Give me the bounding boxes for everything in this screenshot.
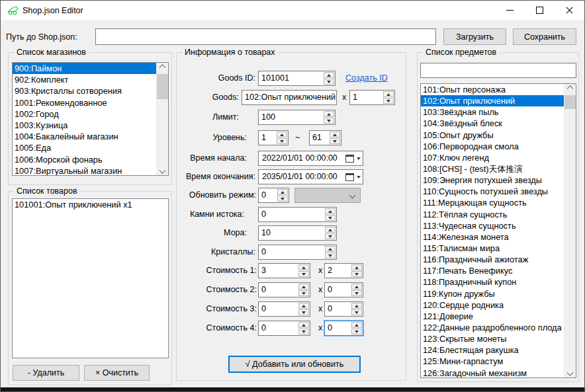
spin-up-button[interactable] [298, 303, 309, 309]
load-button[interactable]: Загрузить [443, 28, 506, 45]
spin-down-button[interactable] [277, 138, 287, 144]
list-item[interactable]: 103:Звёздная пыль [421, 106, 564, 118]
list-item[interactable]: 1007:Виртуальный магазин [13, 165, 157, 176]
spin-down-button[interactable] [383, 98, 394, 104]
limit-value[interactable]: 100 [261, 112, 275, 122]
spin-down-button[interactable] [298, 271, 309, 277]
cost1-count-spinner[interactable]: 2 [324, 263, 363, 278]
primogems-spinner[interactable]: 0 [258, 207, 337, 222]
list-item[interactable]: 1003:Кузница [13, 120, 157, 131]
spin-down-button[interactable] [298, 329, 309, 334]
list-item[interactable]: 111:Мерцающая сущность [421, 197, 564, 208]
scroll-down-button[interactable] [564, 366, 576, 377]
list-item[interactable]: 108:[CHS] - (test)天体推演 [421, 163, 564, 175]
clear-button[interactable]: × Очистить [84, 365, 150, 381]
cost1-item-spinner[interactable]: 3 [258, 263, 310, 278]
list-item[interactable]: 110:Сущность потухшей звезды [421, 186, 564, 197]
list-item[interactable]: 115:Талисман мира [421, 243, 564, 254]
scroll-thumb[interactable] [564, 95, 576, 109]
spin-down-button[interactable] [298, 290, 309, 296]
goods-textbox[interactable]: 102:Опыт приключений [242, 90, 337, 105]
spin-down-button[interactable] [325, 215, 336, 221]
cost2-item-spinner[interactable]: 0 [258, 282, 310, 297]
cost3-item-value[interactable]: 0 [261, 304, 266, 313]
spin-down-button[interactable] [298, 309, 309, 315]
spin-up-button[interactable] [330, 132, 340, 137]
item-search-input[interactable] [420, 63, 576, 78]
scroll-up-button[interactable] [564, 84, 576, 95]
list-item[interactable]: 109:Энергия потухшей звезды [421, 175, 564, 186]
spin-up-button[interactable] [298, 322, 309, 328]
cost1-item-value[interactable]: 3 [261, 266, 266, 275]
spin-down-button[interactable] [324, 118, 334, 124]
spin-up-button[interactable] [277, 132, 287, 137]
spin-up-button[interactable] [325, 246, 336, 252]
create-id-link[interactable]: Создать ID [345, 73, 388, 83]
cost3-item-spinner[interactable]: 0 [258, 301, 310, 317]
scroll-down-button[interactable] [157, 164, 168, 175]
cost2-count-value[interactable]: 0 [328, 285, 332, 294]
list-item[interactable]: 107:Ключ легенд [421, 152, 564, 163]
spin-down-button[interactable] [325, 233, 336, 239]
save-button[interactable]: Сохранить [513, 28, 576, 45]
spin-down-button[interactable] [330, 138, 340, 144]
spin-down-button[interactable] [351, 271, 362, 277]
list-item[interactable]: 113:Чудесная сущность [421, 220, 564, 231]
dropdown-arrow-icon[interactable] [357, 157, 361, 160]
spin-down-button[interactable] [325, 253, 336, 258]
path-input[interactable] [95, 28, 436, 45]
list-item[interactable]: 123:Скрытые монеты [421, 333, 564, 344]
end-time-value[interactable]: 2035/01/01 00:00:00 [262, 172, 338, 181]
refresh-mode-spinner[interactable]: 0 [258, 188, 289, 203]
crystals-value[interactable]: 0 [261, 247, 266, 256]
goods-count-spinner[interactable]: 1 [349, 90, 395, 105]
close-button[interactable] [555, 1, 584, 20]
primogems-value[interactable]: 0 [261, 210, 266, 219]
scroll-up-button[interactable] [157, 63, 168, 74]
list-item[interactable]: 1002:Город [13, 108, 157, 120]
goods-id-spinner[interactable]: 101001 [258, 71, 336, 86]
spin-down-button[interactable] [351, 329, 362, 334]
shops-scrollbar[interactable] [156, 63, 168, 175]
list-item[interactable]: 121:Доверие [421, 311, 564, 322]
goods-id-value[interactable]: 101001 [261, 73, 289, 83]
calendar-icon[interactable] [345, 173, 354, 181]
spin-up-button[interactable] [277, 189, 288, 195]
cost2-count-spinner[interactable]: 0 [324, 282, 363, 297]
list-item[interactable]: 101:Опыт персонажа [421, 84, 564, 95]
shops-listbox[interactable]: 900:Паймон902:Комплект903:Кристаллы сотв… [12, 62, 169, 176]
delete-button[interactable]: - Удалить [13, 365, 79, 381]
spin-up-button[interactable] [351, 284, 362, 290]
goods-count-value[interactable]: 1 [353, 93, 357, 102]
refresh-mode-combo[interactable] [294, 188, 361, 203]
add-or-update-button[interactable]: √ Добавить или обновить [228, 356, 361, 373]
spin-up-button[interactable] [298, 284, 309, 290]
spin-down-button[interactable] [324, 79, 334, 85]
cost4-item-value[interactable]: 0 [261, 323, 266, 333]
scroll-thumb[interactable] [157, 74, 168, 99]
list-item[interactable]: 118:Праздничный купон [421, 276, 564, 288]
mora-value[interactable]: 10 [261, 228, 271, 237]
list-item[interactable]: 116:Праздничный ажиотаж [421, 254, 564, 265]
spin-down-button[interactable] [351, 290, 362, 296]
spin-down-button[interactable] [277, 196, 288, 202]
mora-spinner[interactable]: 10 [258, 225, 337, 241]
spin-up-button[interactable] [383, 91, 394, 97]
start-time-value[interactable]: 2022/01/01 00:00:00 [262, 153, 338, 163]
spin-up-button[interactable] [351, 264, 362, 270]
cost3-count-value[interactable]: 0 [328, 304, 332, 313]
list-item[interactable]: 102:Опыт приключений [421, 95, 564, 106]
level-from-spinner[interactable]: 1 [258, 130, 289, 145]
cost1-count-value[interactable]: 2 [328, 266, 332, 275]
items-listbox[interactable]: 101:Опыт персонажа102:Опыт приключений10… [420, 83, 576, 378]
level-to-spinner[interactable]: 61 [309, 130, 341, 145]
list-item[interactable]: 902:Комплект [13, 74, 157, 85]
list-item[interactable]: 1001:Рекомендованное [13, 97, 157, 108]
list-item[interactable]: 104:Звёздный блеск [421, 118, 564, 129]
list-item[interactable]: 119:Купон дружбы [421, 288, 564, 299]
list-item[interactable]: 105:Опыт дружбы [421, 130, 564, 141]
end-time-picker[interactable]: 2035/01/01 00:00:00 [258, 169, 363, 184]
spin-up-button[interactable] [324, 111, 334, 117]
cart-listbox[interactable]: 101001:Опыт приключений x1 [12, 198, 169, 358]
spin-up-button[interactable] [325, 227, 336, 233]
